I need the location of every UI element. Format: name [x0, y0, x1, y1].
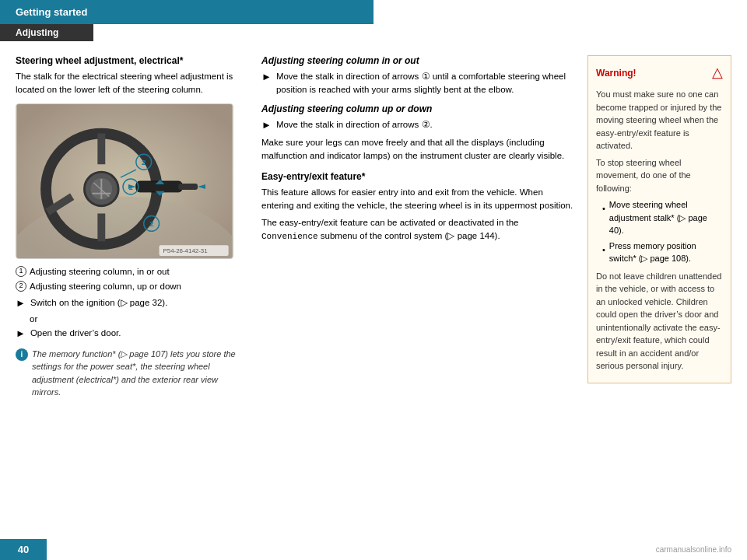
- page: Getting started Adjusting Steering wheel…: [0, 0, 747, 560]
- warning-header: Warning! △: [596, 62, 723, 83]
- adj-up-down-title: Adjusting steering column up or down: [261, 103, 575, 114]
- bullet-text-ignition: Switch on the ignition (▷ page 32).: [30, 296, 168, 310]
- callout-item-1: 1 Adjusting steering column, in or out: [16, 265, 249, 278]
- callout-circle-1: 1: [16, 266, 26, 277]
- adj-in-out-text: Move the stalk in direction of arrows ① …: [276, 70, 575, 97]
- svg-text:2: 2: [142, 158, 146, 166]
- easy-entry-text2: The easy-entry/exit feature can be activ…: [261, 216, 575, 243]
- header-bar: Getting started: [0, 0, 374, 24]
- easy-entry-text1: This feature allows for easier entry int…: [261, 186, 575, 213]
- arrow-bullet-2: ►: [16, 326, 26, 341]
- bullet-door: ► Open the driver’s door.: [16, 327, 249, 341]
- adj-up-down-bullet: ► Move the stalk in direction of arrows …: [261, 118, 575, 133]
- or-text: or: [30, 314, 249, 324]
- adj-up-down-text: Move the stalk in direction of arrows ②.: [276, 118, 433, 131]
- warning-text2: To stop steering wheel movement, do one …: [596, 156, 723, 195]
- adj-in-out-bullet: ► Move the stalk in direction of arrows …: [261, 70, 575, 97]
- header-title: Getting started: [16, 6, 87, 18]
- warning-text1: You must make sure no one can become tra…: [596, 88, 723, 152]
- info-box: i The memory function* (▷ page 107) lets…: [16, 348, 249, 399]
- callout-text-1: Adjusting steering column, in or out: [30, 265, 170, 278]
- callout-circle-2: 2: [16, 281, 26, 292]
- svg-rect-12: [178, 183, 198, 189]
- section-title-label: Adjusting: [16, 27, 58, 38]
- convenience-code: Convenience: [261, 232, 318, 241]
- easy-entry-title: Easy-entry/exit feature*: [261, 171, 575, 182]
- info-icon: i: [16, 348, 28, 361]
- arrow-bullet-3: ►: [261, 69, 272, 85]
- adj-in-out-title: Adjusting steering column in or out: [261, 55, 575, 66]
- warning-triangle-icon: △: [712, 62, 723, 83]
- info-text: The memory function* (▷ page 107) lets y…: [32, 348, 249, 399]
- arrow-bullet-1: ►: [16, 296, 26, 311]
- warning-text3: Do not leave children unattended in the …: [596, 270, 723, 373]
- svg-text:P54-26-4142-31: P54-26-4142-31: [163, 247, 209, 254]
- warning-box: Warning! △ You must make sure no one can…: [587, 55, 731, 383]
- middle-column: Adjusting steering column in or out ► Mo…: [261, 55, 575, 399]
- svg-text:1: 1: [128, 182, 133, 191]
- arrow-bullet-4: ►: [261, 117, 272, 133]
- warning-bullet-2: • Press memory position switch* (▷ page …: [602, 240, 723, 265]
- section-bar: Adjusting: [0, 24, 93, 41]
- dot-bullet-1: •: [602, 202, 605, 215]
- callout-text-2: Adjusting steering column, up or down: [30, 280, 181, 292]
- warning-bullet-text-1: Move steering wheel adjustment stalk* (▷…: [609, 198, 723, 237]
- callout-list: 1 Adjusting steering column, in or out 2…: [16, 265, 249, 292]
- dot-bullet-2: •: [602, 243, 605, 257]
- warning-bullet-text-2: Press memory position switch* (▷ page 10…: [609, 240, 723, 265]
- callout-item-2: 2 Adjusting steering column, up or down: [16, 280, 249, 292]
- left-column: Steering wheel adjustment, electrical* T…: [16, 55, 249, 399]
- steering-wheel-image: 1 2 2 P54-26-4142-31: [16, 103, 233, 259]
- content-area: Steering wheel adjustment, electrical* T…: [0, 47, 747, 407]
- watermark: carmanualsonline.info: [656, 545, 731, 554]
- left-intro-text: The stalk for the electrical steering wh…: [16, 70, 249, 97]
- right-column: Warning! △ You must make sure no one can…: [587, 55, 731, 399]
- warning-title: Warning!: [596, 66, 637, 80]
- svg-text:2: 2: [149, 219, 154, 228]
- adj-up-down-note: Make sure your legs can move freely and …: [261, 136, 575, 163]
- warning-bullet-1: • Move steering wheel adjustment stalk* …: [602, 198, 723, 237]
- bullet-ignition: ► Switch on the ignition (▷ page 32).: [16, 296, 249, 311]
- bullet-text-door: Open the driver’s door.: [30, 327, 121, 340]
- left-main-title: Steering wheel adjustment, electrical*: [16, 55, 249, 66]
- page-number: 40: [0, 539, 47, 560]
